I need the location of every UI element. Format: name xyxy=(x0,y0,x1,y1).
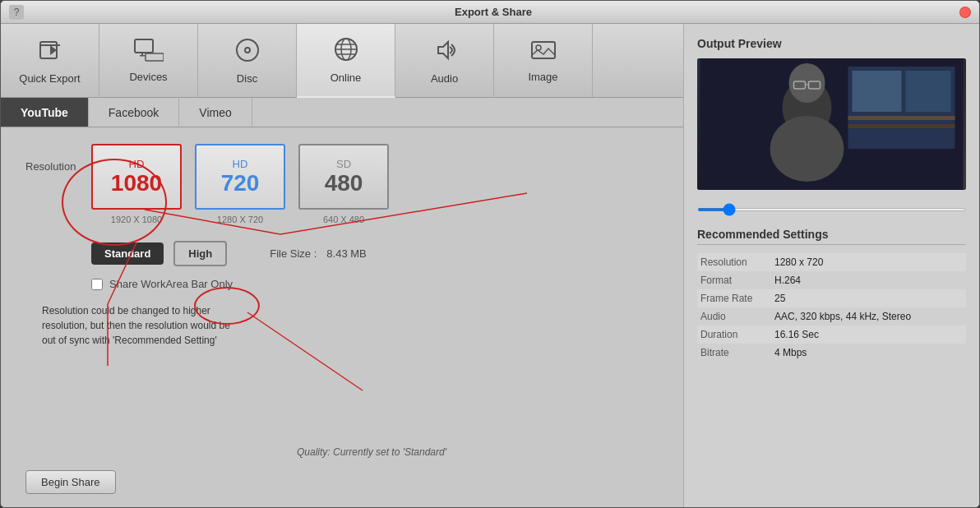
audio-label: Audio xyxy=(431,72,458,85)
svg-rect-26 xyxy=(848,116,955,120)
svg-rect-15 xyxy=(532,42,555,58)
svg-point-8 xyxy=(245,48,250,53)
preview-image-inner xyxy=(697,58,966,190)
resolution-note-text: Resolution could be changed to higher re… xyxy=(42,303,239,348)
left-panel: Quick Export Devices xyxy=(1,24,683,507)
image-label: Image xyxy=(528,71,557,83)
help-button[interactable]: ? xyxy=(9,5,24,20)
svg-point-7 xyxy=(237,39,258,61)
sub-tab-youtube[interactable]: YouTube xyxy=(1,98,89,127)
audio-icon xyxy=(432,37,458,67)
output-preview-image xyxy=(697,58,966,190)
settings-row-format: Format H.264 xyxy=(697,271,966,289)
devices-label: Devices xyxy=(129,71,167,83)
settings-value-framerate: 25 xyxy=(771,289,966,307)
resolution-section: Resolution HD 1080 1920 X 1080 xyxy=(25,144,659,224)
res-box-hd1080[interactable]: HD 1080 xyxy=(91,144,182,210)
window-title: Export & Share xyxy=(27,6,959,18)
svg-line-19 xyxy=(247,312,363,390)
recommended-settings-title: Recommended Settings xyxy=(697,228,966,245)
resolution-option-hd1080[interactable]: HD 1080 1920 X 1080 xyxy=(91,144,182,224)
image-icon xyxy=(530,39,557,66)
res-label-hd1080: HD xyxy=(129,158,145,170)
title-bar: ? Export & Share xyxy=(1,1,979,24)
svg-marker-14 xyxy=(438,42,448,58)
file-size-label: File Size : xyxy=(270,247,317,260)
res-box-hd720[interactable]: HD 720 xyxy=(195,144,285,210)
sub-tab-bar: YouTube Facebook Vimeo xyxy=(1,98,683,127)
quick-export-label: Quick Export xyxy=(19,72,80,85)
res-box-sd480[interactable]: SD 480 xyxy=(298,144,389,210)
devices-icon xyxy=(134,39,164,66)
svg-rect-25 xyxy=(906,71,951,112)
res-label-sd480: SD xyxy=(336,158,351,170)
resolution-buttons: HD 1080 1920 X 1080 HD 720 xyxy=(91,144,389,224)
tab-online[interactable]: Online xyxy=(297,24,395,98)
resolution-label: Resolution xyxy=(25,144,91,173)
online-label: Online xyxy=(331,72,362,84)
settings-row-audio: Audio AAC, 320 kbps, 44 kHz, Stereo xyxy=(697,307,966,326)
quality-high-button[interactable]: High xyxy=(173,241,227,266)
res-dimensions-hd720: 1280 X 720 xyxy=(217,215,263,224)
checkbox-section: Share WorkArea Bar Only xyxy=(91,278,659,290)
preview-frame-svg xyxy=(697,58,966,190)
facebook-label: Facebook xyxy=(109,106,159,119)
close-button[interactable] xyxy=(959,7,971,18)
vimeo-label: Vimeo xyxy=(199,106,231,119)
tab-quick-export[interactable]: Quick Export xyxy=(1,24,99,97)
preview-slider[interactable] xyxy=(697,208,966,211)
settings-value-format: H.264 xyxy=(771,271,966,289)
settings-key-framerate: Frame Rate xyxy=(697,289,771,307)
res-number-hd720: 720 xyxy=(221,170,260,196)
settings-row-duration: Duration 16.16 Sec xyxy=(697,326,966,344)
disc-icon xyxy=(234,37,261,67)
settings-row-resolution: Resolution 1280 x 720 xyxy=(697,253,966,271)
export-share-window: ? Export & Share Quick Exp xyxy=(0,0,980,508)
bottom-buttons: Begin Share xyxy=(25,464,116,494)
res-dimensions-hd1080: 1920 X 1080 xyxy=(111,215,162,224)
window-controls: ? xyxy=(9,5,27,20)
settings-key-resolution: Resolution xyxy=(697,253,771,271)
svg-rect-24 xyxy=(853,71,902,112)
begin-share-button[interactable]: Begin Share xyxy=(25,470,116,494)
online-icon xyxy=(333,36,359,67)
quality-standard-button[interactable]: Standard xyxy=(91,242,164,265)
output-preview-title: Output Preview xyxy=(697,37,966,50)
quality-section: Standard High File Size : 8.43 MB xyxy=(91,241,659,266)
res-number-hd1080: 1080 xyxy=(111,170,162,196)
file-size-value: 8.43 MB xyxy=(326,247,366,260)
share-workarea-label: Share WorkArea Bar Only xyxy=(109,278,233,290)
settings-key-format: Format xyxy=(697,271,771,289)
tab-image[interactable]: Image xyxy=(494,24,593,97)
preview-slider-container xyxy=(697,200,966,215)
settings-key-duration: Duration xyxy=(697,326,771,344)
sub-tab-vimeo[interactable]: Vimeo xyxy=(179,98,252,127)
right-panel: Output Preview xyxy=(683,24,979,507)
settings-value-duration: 16.16 Sec xyxy=(771,326,966,344)
res-dimensions-sd480: 640 X 480 xyxy=(323,215,364,224)
tab-disc[interactable]: Disc xyxy=(198,24,297,97)
window-body: Quick Export Devices xyxy=(1,24,979,507)
settings-row-framerate: Frame Rate 25 xyxy=(697,289,966,307)
svg-rect-4 xyxy=(146,53,164,61)
content-area: Resolution HD 1080 1920 X 1080 xyxy=(1,127,683,507)
tab-audio[interactable]: Audio xyxy=(395,24,494,97)
res-label-hd720: HD xyxy=(233,158,248,170)
quick-export-icon xyxy=(37,37,63,67)
svg-rect-3 xyxy=(135,39,153,53)
top-tab-bar: Quick Export Devices xyxy=(1,24,683,98)
settings-value-resolution: 1280 x 720 xyxy=(771,253,966,271)
settings-key-audio: Audio xyxy=(697,307,771,326)
svg-point-16 xyxy=(536,45,541,50)
svg-marker-1 xyxy=(50,45,57,55)
sub-tab-facebook[interactable]: Facebook xyxy=(89,98,179,127)
resolution-option-sd480[interactable]: SD 480 640 X 480 xyxy=(298,144,389,224)
settings-value-bitrate: 4 Mbps xyxy=(771,344,966,362)
disc-label: Disc xyxy=(237,72,257,85)
share-workarea-checkbox[interactable] xyxy=(91,279,103,290)
svg-rect-27 xyxy=(848,124,955,128)
main-content: Resolution HD 1080 1920 X 1080 xyxy=(1,127,683,507)
settings-key-bitrate: Bitrate xyxy=(697,344,771,362)
tab-devices[interactable]: Devices xyxy=(99,24,198,97)
resolution-option-hd720[interactable]: HD 720 1280 X 720 xyxy=(195,144,285,224)
